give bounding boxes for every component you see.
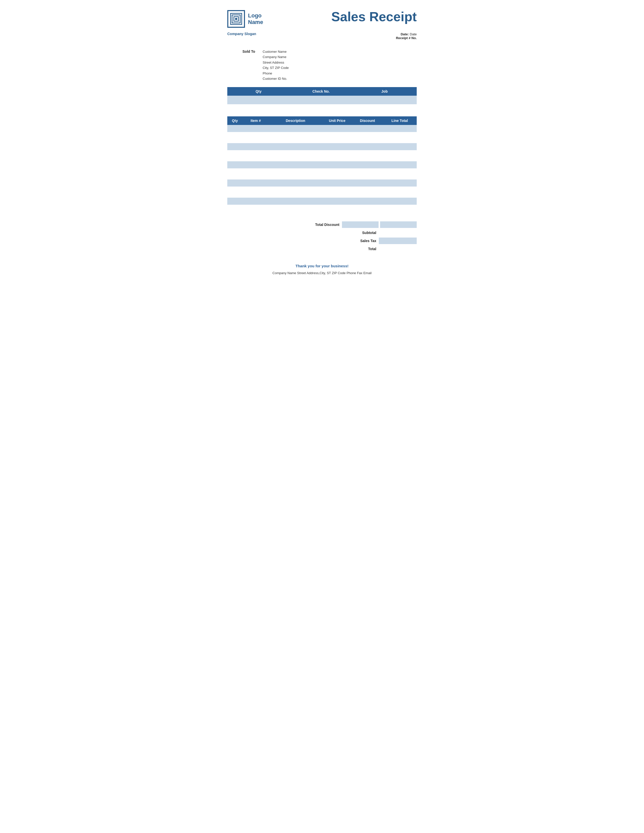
table-row: [269, 132, 322, 134]
table-row: [383, 214, 417, 216]
date-value: Date: [410, 32, 417, 36]
totals-section: Total Discount Subtotal Sales Tax Total: [227, 221, 417, 254]
table-row: [322, 134, 352, 141]
table-row: [322, 187, 352, 188]
company-slogan: Company Slogan: [227, 32, 256, 36]
table-row: [352, 141, 383, 143]
table-row: [227, 161, 242, 168]
table-row: [242, 125, 269, 132]
table-row: [322, 159, 352, 161]
table-row: [383, 168, 417, 170]
table-row: [352, 132, 383, 134]
table-row: [269, 159, 322, 161]
table-row: [269, 207, 322, 214]
unit-price-header: Unit Price: [322, 116, 352, 125]
table-row: [322, 150, 352, 152]
date-receipt-area: Date: Date Receipt # No.: [396, 32, 417, 40]
total-discount-boxes: [342, 221, 417, 228]
table-row: [242, 170, 269, 177]
table-row: [352, 196, 383, 198]
table-row: [269, 196, 322, 198]
table-row: [269, 188, 322, 196]
table-row: [242, 159, 269, 161]
table-row: [322, 141, 352, 143]
table-row: [383, 125, 417, 132]
receipt-title: Sales Receipt: [331, 10, 417, 23]
table-row: [322, 161, 352, 168]
table-row: [269, 141, 322, 143]
table-row: [242, 141, 269, 143]
table-row: [269, 177, 322, 180]
table-row: [322, 125, 352, 132]
check-no-header: Check No.: [290, 87, 353, 96]
phone: Phone: [262, 71, 289, 76]
table-row: [242, 152, 269, 159]
table-row: [352, 161, 383, 168]
sold-to-section: Sold To Customer Name Company Name Stree…: [242, 49, 417, 82]
table-row: [352, 207, 383, 214]
table-row: [242, 134, 269, 141]
table-row: [383, 207, 417, 214]
table-row: [383, 187, 417, 188]
table-row: [242, 177, 269, 180]
svg-rect-3: [235, 18, 237, 20]
total-discount-label: Total Discount: [299, 223, 340, 227]
logo-area: Logo Name: [227, 10, 263, 28]
items-table: Qty Item # Description Unit Price Discou…: [227, 116, 417, 216]
table-row: [227, 196, 242, 198]
customer-name: Customer Name: [262, 49, 289, 54]
table-row: [269, 198, 322, 205]
table-row: [227, 198, 242, 205]
table-row: [322, 152, 352, 159]
table-row: [352, 152, 383, 159]
subtotal-label: Subtotal: [336, 231, 376, 235]
payment-table: Qty Check No. Job: [227, 87, 417, 104]
job-header: Job: [352, 87, 417, 96]
table-row: [227, 170, 242, 177]
qty-header: Qty: [227, 116, 242, 125]
total-discount-box1: [342, 221, 378, 228]
table-row: [227, 143, 242, 150]
job-cell: [352, 96, 417, 104]
table-row: [352, 125, 383, 132]
table-row: [227, 141, 242, 143]
table-row: [352, 168, 383, 170]
table-row: [322, 180, 352, 187]
table-row: [383, 134, 417, 141]
table-row: [227, 180, 242, 187]
table-row: [322, 132, 352, 134]
table-row: [383, 143, 417, 150]
table-row: [242, 150, 269, 152]
table-row: [242, 196, 269, 198]
item-header: Item #: [242, 116, 269, 125]
table-row: [269, 150, 322, 152]
table-row: [269, 143, 322, 150]
table-row: [269, 187, 322, 188]
footer-address: Company Name Street Address,City, ST ZIP…: [227, 271, 417, 275]
title-area: Sales Receipt: [331, 10, 417, 23]
table-row: [383, 132, 417, 134]
subtotal-box: [379, 230, 417, 236]
table-row: [322, 143, 352, 150]
table-row: [227, 159, 242, 161]
header: Logo Name Sales Receipt: [227, 10, 417, 28]
total-label: Total: [336, 247, 376, 251]
table-row: [227, 168, 242, 170]
table-row: [322, 214, 352, 216]
table-row: [227, 125, 242, 132]
table-row: [383, 205, 417, 207]
table-row: [227, 177, 242, 180]
table-row: [383, 177, 417, 180]
table-row: [352, 170, 383, 177]
table-row: [383, 159, 417, 161]
total-discount-box2: [380, 221, 417, 228]
table-row: [269, 134, 322, 141]
table-row: [322, 196, 352, 198]
logo-icon: [230, 13, 242, 25]
table-row: [269, 170, 322, 177]
table-row: [383, 188, 417, 196]
table-row: [227, 134, 242, 141]
date-label: Date:: [401, 32, 409, 36]
table-row: [322, 205, 352, 207]
table-row: [227, 187, 242, 188]
